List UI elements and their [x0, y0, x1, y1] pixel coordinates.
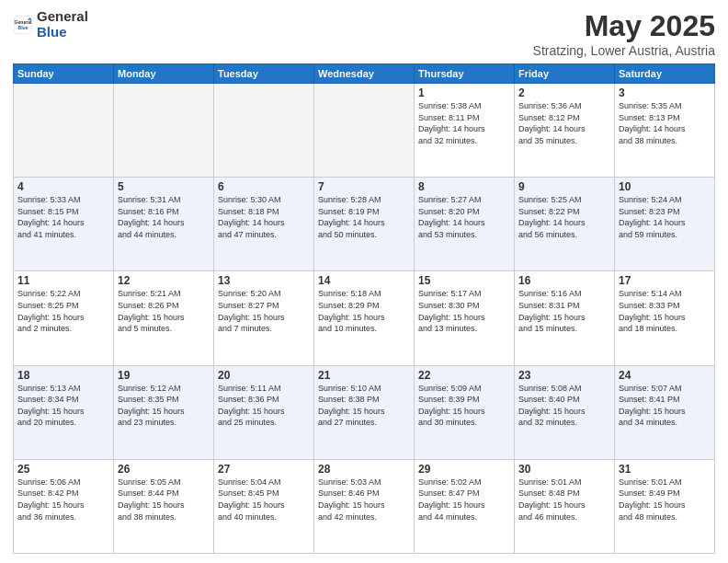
day-number: 8 [418, 180, 510, 193]
calendar-week-row: 1Sunrise: 5:38 AM Sunset: 8:11 PM Daylig… [14, 84, 715, 178]
table-row [14, 84, 114, 178]
day-info: Sunrise: 5:28 AM Sunset: 8:19 PM Dayligh… [318, 194, 410, 240]
col-thursday: Thursday [415, 64, 515, 84]
day-number: 17 [619, 274, 711, 287]
day-info: Sunrise: 5:10 AM Sunset: 8:38 PM Dayligh… [318, 383, 410, 429]
table-row: 11Sunrise: 5:22 AM Sunset: 8:25 PM Dayli… [14, 271, 114, 365]
col-saturday: Saturday [615, 64, 715, 84]
table-row: 30Sunrise: 5:01 AM Sunset: 8:48 PM Dayli… [515, 459, 615, 553]
title-block: May 2025 Stratzing, Lower Austria, Austr… [533, 9, 715, 58]
calendar-week-row: 18Sunrise: 5:13 AM Sunset: 8:34 PM Dayli… [14, 365, 715, 459]
day-info: Sunrise: 5:33 AM Sunset: 8:15 PM Dayligh… [17, 194, 109, 240]
day-info: Sunrise: 5:12 AM Sunset: 8:35 PM Dayligh… [118, 383, 210, 429]
day-info: Sunrise: 5:06 AM Sunset: 8:42 PM Dayligh… [17, 477, 109, 523]
day-info: Sunrise: 5:31 AM Sunset: 8:16 PM Dayligh… [118, 194, 210, 240]
logo-text: General Blue [37, 9, 88, 40]
day-number: 3 [619, 86, 711, 99]
table-row: 1Sunrise: 5:38 AM Sunset: 8:11 PM Daylig… [415, 84, 515, 178]
table-row [314, 84, 415, 178]
table-row: 18Sunrise: 5:13 AM Sunset: 8:34 PM Dayli… [14, 365, 114, 459]
col-sunday: Sunday [14, 64, 114, 84]
day-number: 31 [619, 463, 711, 476]
table-row: 20Sunrise: 5:11 AM Sunset: 8:36 PM Dayli… [214, 365, 314, 459]
table-row [214, 84, 314, 178]
day-info: Sunrise: 5:22 AM Sunset: 8:25 PM Dayligh… [17, 288, 109, 334]
day-number: 6 [218, 180, 310, 193]
table-row: 24Sunrise: 5:07 AM Sunset: 8:41 PM Dayli… [615, 365, 715, 459]
calendar-week-row: 25Sunrise: 5:06 AM Sunset: 8:42 PM Dayli… [14, 459, 715, 553]
day-number: 4 [17, 180, 109, 193]
table-row: 17Sunrise: 5:14 AM Sunset: 8:33 PM Dayli… [615, 271, 715, 365]
day-number: 15 [418, 274, 510, 287]
table-row: 8Sunrise: 5:27 AM Sunset: 8:20 PM Daylig… [415, 178, 515, 271]
day-info: Sunrise: 5:07 AM Sunset: 8:41 PM Dayligh… [619, 383, 711, 429]
table-row: 25Sunrise: 5:06 AM Sunset: 8:42 PM Dayli… [14, 459, 114, 553]
table-row: 2Sunrise: 5:36 AM Sunset: 8:12 PM Daylig… [515, 84, 615, 178]
day-number: 2 [518, 86, 610, 99]
col-monday: Monday [114, 64, 214, 84]
day-number: 26 [118, 463, 210, 476]
day-info: Sunrise: 5:38 AM Sunset: 8:11 PM Dayligh… [418, 100, 510, 146]
table-row: 21Sunrise: 5:10 AM Sunset: 8:38 PM Dayli… [314, 365, 415, 459]
day-info: Sunrise: 5:24 AM Sunset: 8:23 PM Dayligh… [619, 194, 711, 240]
day-number: 23 [518, 369, 610, 382]
day-number: 9 [518, 180, 610, 193]
day-info: Sunrise: 5:25 AM Sunset: 8:22 PM Dayligh… [518, 194, 610, 240]
logo-blue: Blue [37, 25, 88, 40]
day-number: 14 [318, 274, 410, 287]
logo: General Blue General Blue [13, 9, 88, 40]
day-number: 30 [518, 463, 610, 476]
table-row: 15Sunrise: 5:17 AM Sunset: 8:30 PM Dayli… [415, 271, 515, 365]
calendar-week-row: 4Sunrise: 5:33 AM Sunset: 8:15 PM Daylig… [14, 178, 715, 271]
day-number: 11 [17, 274, 109, 287]
day-info: Sunrise: 5:30 AM Sunset: 8:18 PM Dayligh… [218, 194, 310, 240]
svg-text:Blue: Blue [17, 25, 28, 30]
day-info: Sunrise: 5:11 AM Sunset: 8:36 PM Dayligh… [218, 383, 310, 429]
table-row: 27Sunrise: 5:04 AM Sunset: 8:45 PM Dayli… [214, 459, 314, 553]
table-row: 26Sunrise: 5:05 AM Sunset: 8:44 PM Dayli… [114, 459, 214, 553]
day-info: Sunrise: 5:09 AM Sunset: 8:39 PM Dayligh… [418, 383, 510, 429]
subtitle: Stratzing, Lower Austria, Austria [533, 43, 715, 58]
calendar: Sunday Monday Tuesday Wednesday Thursday… [13, 63, 715, 554]
day-info: Sunrise: 5:04 AM Sunset: 8:45 PM Dayligh… [218, 477, 310, 523]
table-row [114, 84, 214, 178]
day-number: 27 [218, 463, 310, 476]
day-number: 16 [518, 274, 610, 287]
table-row: 5Sunrise: 5:31 AM Sunset: 8:16 PM Daylig… [114, 178, 214, 271]
day-number: 7 [318, 180, 410, 193]
day-number: 19 [118, 369, 210, 382]
table-row: 12Sunrise: 5:21 AM Sunset: 8:26 PM Dayli… [114, 271, 214, 365]
day-info: Sunrise: 5:14 AM Sunset: 8:33 PM Dayligh… [619, 288, 711, 334]
day-info: Sunrise: 5:13 AM Sunset: 8:34 PM Dayligh… [17, 383, 109, 429]
table-row: 13Sunrise: 5:20 AM Sunset: 8:27 PM Dayli… [214, 271, 314, 365]
table-row: 16Sunrise: 5:16 AM Sunset: 8:31 PM Dayli… [515, 271, 615, 365]
calendar-week-row: 11Sunrise: 5:22 AM Sunset: 8:25 PM Dayli… [14, 271, 715, 365]
day-info: Sunrise: 5:03 AM Sunset: 8:46 PM Dayligh… [318, 477, 410, 523]
day-number: 25 [17, 463, 109, 476]
table-row: 10Sunrise: 5:24 AM Sunset: 8:23 PM Dayli… [615, 178, 715, 271]
table-row: 7Sunrise: 5:28 AM Sunset: 8:19 PM Daylig… [314, 178, 415, 271]
day-info: Sunrise: 5:01 AM Sunset: 8:49 PM Dayligh… [619, 477, 711, 523]
day-info: Sunrise: 5:36 AM Sunset: 8:12 PM Dayligh… [518, 100, 610, 146]
col-wednesday: Wednesday [314, 64, 415, 84]
table-row: 22Sunrise: 5:09 AM Sunset: 8:39 PM Dayli… [415, 365, 515, 459]
table-row: 23Sunrise: 5:08 AM Sunset: 8:40 PM Dayli… [515, 365, 615, 459]
table-row: 31Sunrise: 5:01 AM Sunset: 8:49 PM Dayli… [615, 459, 715, 553]
day-number: 18 [17, 369, 109, 382]
day-number: 22 [418, 369, 510, 382]
day-info: Sunrise: 5:02 AM Sunset: 8:47 PM Dayligh… [418, 477, 510, 523]
day-info: Sunrise: 5:35 AM Sunset: 8:13 PM Dayligh… [619, 100, 711, 146]
day-number: 28 [318, 463, 410, 476]
col-tuesday: Tuesday [214, 64, 314, 84]
calendar-header-row: Sunday Monday Tuesday Wednesday Thursday… [14, 64, 715, 84]
col-friday: Friday [515, 64, 615, 84]
day-info: Sunrise: 5:18 AM Sunset: 8:29 PM Dayligh… [318, 288, 410, 334]
table-row: 6Sunrise: 5:30 AM Sunset: 8:18 PM Daylig… [214, 178, 314, 271]
day-number: 20 [218, 369, 310, 382]
day-info: Sunrise: 5:01 AM Sunset: 8:48 PM Dayligh… [518, 477, 610, 523]
day-number: 10 [619, 180, 711, 193]
day-number: 5 [118, 180, 210, 193]
logo-general: General [37, 9, 88, 25]
day-number: 29 [418, 463, 510, 476]
table-row: 3Sunrise: 5:35 AM Sunset: 8:13 PM Daylig… [615, 84, 715, 178]
